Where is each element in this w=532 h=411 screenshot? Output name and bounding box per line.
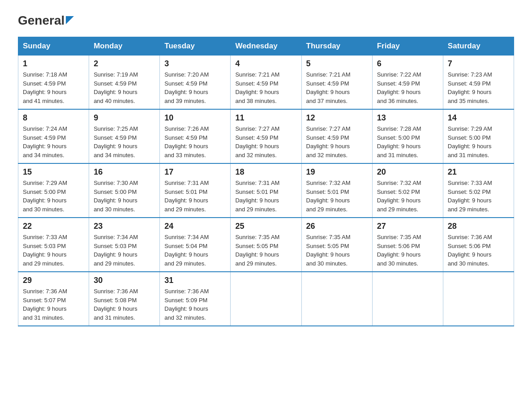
day-number: 3: [164, 59, 226, 68]
day-number: 12: [306, 113, 368, 123]
day-number: 27: [377, 222, 438, 231]
day-number: 20: [377, 167, 438, 177]
calendar-cell: [301, 272, 372, 326]
day-info: Sunrise: 7:20 AMSunset: 4:59 PMDaylight:…: [164, 70, 226, 105]
calendar-cell: 3 Sunrise: 7:20 AMSunset: 4:59 PMDayligh…: [160, 56, 231, 110]
day-info: Sunrise: 7:32 AMSunset: 5:01 PMDaylight:…: [306, 179, 368, 214]
day-info: Sunrise: 7:27 AMSunset: 4:59 PMDaylight:…: [306, 124, 368, 159]
calendar-cell: 2 Sunrise: 7:19 AMSunset: 4:59 PMDayligh…: [89, 56, 160, 110]
day-info: Sunrise: 7:30 AMSunset: 5:00 PMDaylight:…: [94, 179, 155, 214]
calendar-cell: [372, 272, 443, 326]
calendar-cell: 21 Sunrise: 7:33 AMSunset: 5:02 PMDaylig…: [443, 163, 514, 218]
day-info: Sunrise: 7:29 AMSunset: 5:00 PMDaylight:…: [23, 179, 84, 214]
day-number: 19: [306, 167, 368, 177]
calendar-cell: 28 Sunrise: 7:36 AMSunset: 5:06 PMDaylig…: [443, 218, 514, 272]
logo: General: [18, 13, 74, 28]
day-number: 23: [94, 222, 155, 231]
header-cell-friday: Friday: [372, 37, 443, 56]
day-number: 29: [23, 276, 84, 285]
day-info: Sunrise: 7:34 AMSunset: 5:04 PMDaylight:…: [164, 233, 226, 268]
week-row-1: 1 Sunrise: 7:18 AMSunset: 4:59 PMDayligh…: [18, 56, 514, 110]
day-info: Sunrise: 7:18 AMSunset: 4:59 PMDaylight:…: [23, 70, 84, 105]
calendar-cell: [231, 272, 301, 326]
calendar-cell: 29 Sunrise: 7:36 AMSunset: 5:07 PMDaylig…: [18, 272, 89, 326]
header-cell-monday: Monday: [89, 37, 160, 56]
day-info: Sunrise: 7:26 AMSunset: 4:59 PMDaylight:…: [164, 124, 226, 159]
header-cell-saturday: Saturday: [443, 37, 514, 56]
calendar-cell: 6 Sunrise: 7:22 AMSunset: 4:59 PMDayligh…: [372, 56, 443, 110]
header-cell-wednesday: Wednesday: [231, 37, 301, 56]
day-number: 8: [23, 113, 84, 123]
header-cell-tuesday: Tuesday: [160, 37, 231, 56]
day-info: Sunrise: 7:35 AMSunset: 5:06 PMDaylight:…: [377, 233, 438, 268]
calendar-cell: 1 Sunrise: 7:18 AMSunset: 4:59 PMDayligh…: [18, 56, 89, 110]
week-row-5: 29 Sunrise: 7:36 AMSunset: 5:07 PMDaylig…: [18, 272, 514, 326]
calendar-cell: 13 Sunrise: 7:28 AMSunset: 5:00 PMDaylig…: [372, 109, 443, 163]
week-row-4: 22 Sunrise: 7:33 AMSunset: 5:03 PMDaylig…: [18, 218, 514, 272]
day-number: 11: [235, 113, 296, 123]
day-info: Sunrise: 7:31 AMSunset: 5:01 PMDaylight:…: [164, 179, 226, 214]
day-info: Sunrise: 7:23 AMSunset: 4:59 PMDaylight:…: [448, 70, 509, 105]
page-header: General: [18, 13, 514, 28]
day-info: Sunrise: 7:36 AMSunset: 5:06 PMDaylight:…: [448, 233, 509, 268]
calendar-cell: 12 Sunrise: 7:27 AMSunset: 4:59 PMDaylig…: [301, 109, 372, 163]
calendar-cell: 9 Sunrise: 7:25 AMSunset: 4:59 PMDayligh…: [89, 109, 160, 163]
calendar-cell: 11 Sunrise: 7:27 AMSunset: 4:59 PMDaylig…: [231, 109, 301, 163]
day-number: 24: [164, 222, 226, 231]
calendar-cell: 10 Sunrise: 7:26 AMSunset: 4:59 PMDaylig…: [160, 109, 231, 163]
day-number: 7: [448, 59, 509, 68]
logo-general: General: [18, 13, 64, 28]
day-number: 25: [235, 222, 296, 231]
day-number: 13: [377, 113, 438, 123]
day-info: Sunrise: 7:19 AMSunset: 4:59 PMDaylight:…: [94, 70, 155, 105]
day-number: 17: [164, 167, 226, 177]
day-info: Sunrise: 7:36 AMSunset: 5:07 PMDaylight:…: [23, 287, 84, 322]
calendar-cell: 24 Sunrise: 7:34 AMSunset: 5:04 PMDaylig…: [160, 218, 231, 272]
day-info: Sunrise: 7:29 AMSunset: 5:00 PMDaylight:…: [448, 124, 509, 159]
calendar-cell: [443, 272, 514, 326]
calendar-cell: 19 Sunrise: 7:32 AMSunset: 5:01 PMDaylig…: [301, 163, 372, 218]
calendar-cell: 26 Sunrise: 7:35 AMSunset: 5:05 PMDaylig…: [301, 218, 372, 272]
day-info: Sunrise: 7:32 AMSunset: 5:02 PMDaylight:…: [377, 179, 438, 214]
day-number: 28: [448, 222, 509, 231]
day-info: Sunrise: 7:21 AMSunset: 4:59 PMDaylight:…: [306, 70, 368, 105]
day-number: 10: [164, 113, 226, 123]
calendar-cell: 7 Sunrise: 7:23 AMSunset: 4:59 PMDayligh…: [443, 56, 514, 110]
day-number: 14: [448, 113, 509, 123]
day-number: 16: [94, 167, 155, 177]
header-cell-sunday: Sunday: [18, 37, 89, 56]
day-number: 22: [23, 222, 84, 231]
calendar-header: SundayMondayTuesdayWednesdayThursdayFrid…: [18, 37, 514, 56]
calendar-cell: 31 Sunrise: 7:36 AMSunset: 5:09 PMDaylig…: [160, 272, 231, 326]
day-number: 6: [377, 59, 438, 68]
day-number: 9: [94, 113, 155, 123]
calendar-cell: 5 Sunrise: 7:21 AMSunset: 4:59 PMDayligh…: [301, 56, 372, 110]
calendar-cell: 30 Sunrise: 7:36 AMSunset: 5:08 PMDaylig…: [89, 272, 160, 326]
day-info: Sunrise: 7:27 AMSunset: 4:59 PMDaylight:…: [235, 124, 296, 159]
day-number: 30: [94, 276, 155, 285]
calendar-cell: 16 Sunrise: 7:30 AMSunset: 5:00 PMDaylig…: [89, 163, 160, 218]
calendar-cell: 17 Sunrise: 7:31 AMSunset: 5:01 PMDaylig…: [160, 163, 231, 218]
day-info: Sunrise: 7:21 AMSunset: 4:59 PMDaylight:…: [235, 70, 296, 105]
day-info: Sunrise: 7:35 AMSunset: 5:05 PMDaylight:…: [235, 233, 296, 268]
day-info: Sunrise: 7:24 AMSunset: 4:59 PMDaylight:…: [23, 124, 84, 159]
header-cell-thursday: Thursday: [301, 37, 372, 56]
day-number: 4: [235, 59, 296, 68]
day-info: Sunrise: 7:31 AMSunset: 5:01 PMDaylight:…: [235, 179, 296, 214]
calendar-cell: 15 Sunrise: 7:29 AMSunset: 5:00 PMDaylig…: [18, 163, 89, 218]
day-info: Sunrise: 7:34 AMSunset: 5:03 PMDaylight:…: [94, 233, 155, 268]
day-info: Sunrise: 7:33 AMSunset: 5:03 PMDaylight:…: [23, 233, 84, 268]
day-info: Sunrise: 7:28 AMSunset: 5:00 PMDaylight:…: [377, 124, 438, 159]
week-row-3: 15 Sunrise: 7:29 AMSunset: 5:00 PMDaylig…: [18, 163, 514, 218]
day-number: 15: [23, 167, 84, 177]
day-info: Sunrise: 7:22 AMSunset: 4:59 PMDaylight:…: [377, 70, 438, 105]
day-info: Sunrise: 7:36 AMSunset: 5:08 PMDaylight:…: [94, 287, 155, 322]
header-row: SundayMondayTuesdayWednesdayThursdayFrid…: [18, 37, 514, 56]
calendar-cell: 23 Sunrise: 7:34 AMSunset: 5:03 PMDaylig…: [89, 218, 160, 272]
calendar-cell: 27 Sunrise: 7:35 AMSunset: 5:06 PMDaylig…: [372, 218, 443, 272]
svg-marker-0: [66, 16, 74, 24]
calendar-cell: 14 Sunrise: 7:29 AMSunset: 5:00 PMDaylig…: [443, 109, 514, 163]
day-number: 2: [94, 59, 155, 68]
calendar-cell: 18 Sunrise: 7:31 AMSunset: 5:01 PMDaylig…: [231, 163, 301, 218]
day-number: 18: [235, 167, 296, 177]
